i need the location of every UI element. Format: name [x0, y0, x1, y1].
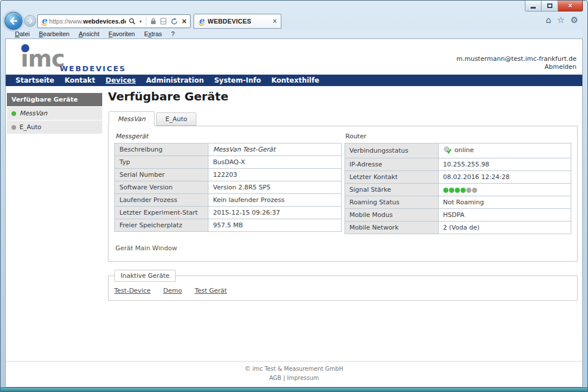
device-panel: Messgerät BeschreibungMessVan Test-Gerät… [108, 126, 578, 262]
sidebar-item-e-auto[interactable]: E_Auto [7, 121, 102, 134]
minimize-button[interactable] [525, 1, 541, 11]
menu-item-favoriten[interactable]: Favoriten [104, 30, 140, 37]
messgeraet-table: BeschreibungMessVan Test-Gerät TypBusDAQ… [114, 143, 342, 232]
messgeraet-block: Messgerät BeschreibungMessVan Test-Gerät… [114, 131, 342, 234]
footer-link-agb[interactable]: AGB [269, 375, 281, 381]
browser-tab[interactable]: e WEBDEVICES × [194, 14, 281, 29]
main-navigation: Startseite Kontakt Devices Administratio… [6, 75, 582, 86]
table-row: Letzter Experiment-Start2015-12-15 09:26… [115, 207, 342, 219]
nav-item-devices[interactable]: Devices [100, 76, 141, 84]
menu-item-extras[interactable]: Extras [140, 30, 167, 37]
inactive-link-test-device[interactable]: Test-Device [114, 287, 150, 294]
page-title: Verfügbare Geräte [108, 90, 578, 103]
brand-title: WEBDEVICES [60, 64, 126, 73]
tab-e-auto[interactable]: E_Auto [156, 112, 196, 126]
forward-arrow-icon [26, 17, 34, 25]
home-icon[interactable]: ⌂ [546, 15, 552, 25]
maximize-icon [547, 3, 552, 8]
menu-item-ansicht[interactable]: Ansicht [74, 30, 104, 37]
device-tabs: MessVan E_Auto [108, 111, 578, 126]
address-bar[interactable]: e https://www.webdevices.de/customer/d ▾… [37, 14, 191, 28]
forward-button[interactable] [24, 15, 36, 27]
sidebar-item-label: E_Auto [20, 123, 41, 131]
nav-item-system-info[interactable]: System-Info [209, 76, 266, 84]
logout-link[interactable]: Abmelden [457, 63, 577, 71]
footer-separator: | [283, 375, 285, 381]
menu-bar: Datei Bearbeiten Ansicht Favoriten Extra… [6, 29, 582, 38]
browser-toolbar-icons: ⌂ ☆ ⚙ [546, 15, 578, 25]
table-row: Letzter Kontakt08.02.2016 12:24:28 [345, 171, 571, 184]
nav-item-kontexthilfe[interactable]: Kontexthilfe [266, 76, 324, 84]
url-text: https://www.webdevices.de/customer/d [49, 18, 126, 25]
close-icon: × [568, 2, 572, 9]
menu-item-help[interactable]: ? [167, 30, 179, 37]
inactive-device-links: Test-Device Demo Test Gerät [114, 284, 571, 295]
stop-icon[interactable]: × [181, 15, 188, 27]
menu-item-bearbeiten[interactable]: Bearbeiten [34, 30, 74, 37]
url-prefix: https://www. [49, 18, 83, 25]
geraet-main-window-label: Gerät Main Window [115, 244, 571, 252]
back-arrow-icon [9, 16, 18, 26]
settings-gear-icon[interactable]: ⚙ [571, 15, 578, 25]
router-block: Router Verbindungsstatus [345, 131, 572, 234]
window-bottom-edge [1, 387, 587, 391]
device-sidebar: Verfügbare Geräte MessVan E_Auto [7, 93, 102, 134]
nav-item-administration[interactable]: Administration [141, 76, 209, 84]
tab-title: WEBDEVICES [208, 18, 270, 25]
sidebar-title: Verfügbare Geräte [7, 93, 102, 106]
messgeraet-caption: Messgerät [115, 133, 342, 140]
site-header: imc WEBDEVICES m.mustermann@test.imc-fra… [6, 39, 582, 75]
imc-logo: imc [21, 48, 64, 69]
lock-icon [149, 15, 157, 27]
address-separator [146, 17, 146, 26]
status-online-icon [11, 111, 16, 116]
site-footer: © imc Test & Measurement GmbH AGB | Impr… [6, 361, 582, 387]
tab-favicon-icon: e [198, 17, 205, 26]
minimize-icon [531, 7, 536, 9]
inactive-devices-legend: Inaktive Geräte [114, 270, 176, 282]
refresh-icon[interactable] [169, 15, 179, 27]
window-controls: × [525, 1, 583, 11]
sidebar-item-messvan[interactable]: MessVan [7, 107, 102, 120]
inactive-link-demo[interactable]: Demo [163, 287, 182, 294]
table-row: Mobile Network2 (Voda de) [345, 222, 571, 234]
url-domain: webdevices.de [83, 18, 126, 25]
user-box: m.mustermann@test.imc-frankfurt.de Abmel… [457, 55, 577, 71]
table-row: Laufender ProzessKein laufender Prozess [115, 194, 342, 207]
close-button[interactable]: × [558, 1, 583, 11]
table-row: IP-Adresse10.255.255.98 [345, 158, 571, 171]
nav-item-kontakt[interactable]: Kontakt [59, 76, 100, 84]
sidebar-item-label: MessVan [20, 110, 47, 117]
footer-copyright: © imc Test & Measurement GmbH [6, 366, 582, 372]
search-icon[interactable] [127, 15, 137, 27]
nav-item-startseite[interactable]: Startseite [10, 76, 59, 84]
main-content: Verfügbare Geräte MessVan E_Auto Messger… [108, 90, 578, 301]
back-button[interactable] [5, 12, 22, 30]
tab-messvan[interactable]: MessVan [109, 111, 154, 126]
table-row: Roaming StatusNot Roaming [345, 196, 571, 209]
menu-item-datei[interactable]: Datei [10, 30, 34, 37]
inactive-link-test-geraet[interactable]: Test Gerät [195, 287, 227, 294]
browser-window: × e https://www.webdevices.de/customer/d… [0, 0, 588, 392]
table-row: Freier Speicherplatz957.5 MB [115, 219, 342, 232]
table-row: Verbindungsstatus online [345, 143, 571, 158]
user-email: m.mustermann@test.imc-frankfurt.de [457, 55, 577, 63]
favorites-star-icon[interactable]: ☆ [557, 15, 564, 25]
footer-link-impressum[interactable]: Impressum [287, 375, 319, 381]
table-row: Software VersionVersion 2.8R5 SP5 [115, 181, 342, 194]
online-status-text: online [455, 146, 474, 154]
address-dropdown-icon[interactable]: ▾ [138, 15, 143, 27]
table-row: TypBusDAQ-X [115, 156, 342, 169]
table-row: Mobile ModusHSDPA [345, 209, 571, 222]
web-page: imc WEBDEVICES m.mustermann@test.imc-fra… [5, 38, 583, 387]
inactive-devices-box: Inaktive Geräte Test-Device Demo Test Ge… [108, 270, 578, 301]
router-table: Verbindungsstatus online IP-Adres [345, 143, 572, 234]
connection-online-icon [443, 146, 452, 154]
signal-dots [443, 186, 478, 193]
maximize-button[interactable] [541, 1, 558, 11]
table-row: Signal Stärke [345, 184, 571, 196]
imc-logo-dot-icon [21, 44, 29, 52]
compatibility-view-icon[interactable] [159, 15, 168, 27]
tab-close-icon[interactable]: × [273, 17, 277, 25]
status-offline-icon [11, 125, 16, 130]
